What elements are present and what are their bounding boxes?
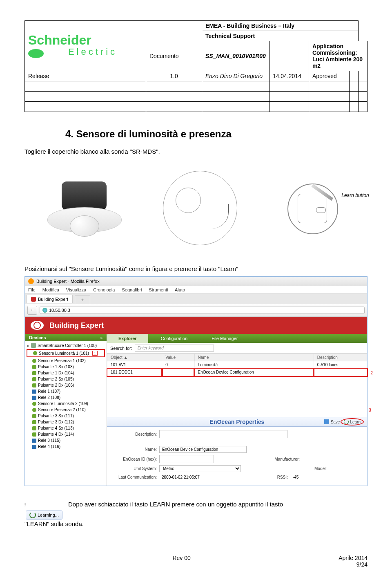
- search-label: Search for:: [110, 346, 132, 351]
- learn-button-diagram: Learn button: [275, 175, 349, 241]
- relay-icon: [32, 445, 36, 449]
- learn-button-label: Learn: [350, 420, 361, 424]
- intro-text: Togliere il coperchio bianco alla sonda …: [24, 148, 368, 155]
- cloud-icon: [32, 408, 36, 412]
- window-title: Building Expert - Mozilla Firefox: [36, 279, 100, 284]
- prop-enoceanid-label: EnOcean ID (hex):: [112, 457, 159, 461]
- prop-unitsystem-select[interactable]: Metric: [159, 465, 241, 472]
- tab-explorer[interactable]: Explorer: [107, 334, 148, 343]
- col-description[interactable]: Description: [314, 354, 367, 361]
- prop-name-input[interactable]: EnOcean Device Configuration: [159, 446, 247, 453]
- address-bar-row: ← 10.50.80.3: [25, 304, 367, 317]
- save-button[interactable]: Save: [331, 420, 340, 424]
- app-screenshot: Building Expert - Mozilla Firefox File M…: [24, 276, 368, 486]
- prop-model-label: Model:: [290, 466, 329, 471]
- table-row-eodc1[interactable]: 101.EODC1 EnOcean Device Configuration: [107, 369, 367, 376]
- company-sub: Technical Support: [202, 31, 359, 41]
- menu-file[interactable]: File: [28, 287, 36, 292]
- device-root[interactable]: ▸ SmartStruxure Controller 1 (100): [27, 342, 105, 349]
- tab-favicon: [31, 297, 36, 302]
- firefox-titlebar: Building Expert - Mozilla Firefox: [25, 277, 367, 286]
- company-title: EMEA - Building Business – Italy: [202, 21, 359, 31]
- menu-bookmarks[interactable]: Segnalibri: [122, 287, 142, 292]
- back-button[interactable]: ←: [27, 306, 37, 315]
- after-learn-text: Dopo aver schiacciato il tasto LEARN pre…: [68, 501, 283, 508]
- device-sensore-luminosita-1[interactable]: Sensore Luminosità 1 (101) 1: [27, 349, 105, 357]
- device-rele-2[interactable]: Relè 2 (108): [27, 394, 105, 401]
- device-rele-1[interactable]: Relè 1 (107): [27, 388, 105, 394]
- prop-description-input[interactable]: [159, 430, 287, 438]
- col-value[interactable]: Value: [162, 354, 194, 361]
- object-table: Object ▲ Value Name Description 101.AV1 …: [107, 354, 367, 376]
- address-bar[interactable]: 10.50.80.3: [40, 307, 365, 314]
- device-pulsante-2dx[interactable]: Pulsante 2 Dx (106): [27, 382, 105, 388]
- menu-tools[interactable]: Strumenti: [149, 287, 168, 292]
- marker-1: 1: [92, 351, 98, 356]
- cloud-icon: [32, 359, 36, 363]
- release-status: Approved: [309, 71, 349, 81]
- prop-name-label: Name:: [112, 447, 159, 452]
- device-pulsante-3sx[interactable]: Pulsante 3 Sx (111): [27, 413, 105, 419]
- prop-lastcomm-value: 2000-01-02 21:05:07: [159, 474, 202, 480]
- footer-page: 9/24: [339, 561, 368, 568]
- device-pulsante-1dx[interactable]: Pulsante 1 Dx (104): [27, 370, 105, 376]
- device-pulsante-4sx[interactable]: Pulsante 4 Sx (113): [27, 425, 105, 431]
- menu-edit[interactable]: Modifica: [42, 287, 59, 292]
- new-tab-button[interactable]: +: [75, 295, 90, 304]
- app-title: Building Expert: [49, 321, 104, 330]
- node-icon: [32, 365, 36, 369]
- instruction-text: Posizionarsi sul "Sensore Luminosità" co…: [24, 265, 368, 272]
- device-tree[interactable]: ▸ SmartStruxure Controller 1 (100) Senso…: [25, 341, 107, 450]
- device-pulsante-2sx[interactable]: Pulsante 2 Sx (105): [27, 376, 105, 382]
- device-pulsante-3dx[interactable]: Pulsante 3 Dx (112): [27, 419, 105, 425]
- prop-description-label: Description:: [112, 432, 159, 437]
- logo-sub: Electric: [68, 47, 117, 57]
- device-pulsante-1sx[interactable]: Pulsante 1 Sx (103): [27, 364, 105, 370]
- device-pulsante-4dx[interactable]: Pulsante 4 Dx (114): [27, 431, 105, 437]
- section-heading: 4. Sensore di luminosità e presenza: [65, 128, 368, 140]
- menu-help[interactable]: Aiuto: [175, 287, 185, 292]
- learning-button[interactable]: Learning...: [26, 511, 62, 520]
- node-icon: [32, 426, 36, 430]
- col-name[interactable]: Name: [194, 354, 314, 361]
- collapse-icon[interactable]: «: [100, 336, 102, 340]
- diagram-row: Learn button: [24, 167, 368, 249]
- device-sensore-presenza-2[interactable]: Sensore Presenza 2 (110): [27, 407, 105, 413]
- device-sensore-presenza-1[interactable]: Sensore Presenza 1 (102): [27, 358, 105, 364]
- relay-icon: [32, 396, 36, 400]
- explorer-tabs: Explorer Configuration File Manager: [107, 334, 367, 343]
- learning-button-label: Learning...: [38, 513, 59, 517]
- controller-icon: [31, 343, 36, 348]
- relay-icon: [32, 439, 36, 443]
- enocean-header-label: EnOcean Properties: [210, 419, 265, 425]
- device-rele-4[interactable]: Relè 4 (116): [27, 443, 105, 450]
- firefox-menubar[interactable]: File Modifica Visualizza Cronologia Segn…: [25, 286, 367, 294]
- refresh-icon: [344, 419, 349, 424]
- node-icon: [32, 383, 36, 387]
- prop-enoceanid-input[interactable]: [159, 455, 214, 463]
- tab-file-manager[interactable]: File Manager: [200, 334, 249, 343]
- logo-cell: Schneider Electric: [25, 21, 146, 71]
- node-icon: [32, 414, 36, 418]
- prop-model-value: [329, 468, 334, 470]
- learn-button-circled[interactable]: Learn: [341, 418, 364, 425]
- node-icon: [32, 377, 36, 381]
- devices-header-label: Devices: [29, 335, 46, 340]
- table-row-av1[interactable]: 101.AV1 0 Luminosità 0-510 luxes: [107, 361, 367, 369]
- device-rele-3[interactable]: Relè 3 (115): [27, 437, 105, 443]
- search-input[interactable]: Enter keyword: [135, 345, 214, 352]
- release-date: 14.04.2014: [269, 71, 309, 81]
- firefox-icon: [28, 278, 34, 284]
- device-sensore-luminosita-2[interactable]: Sensore Luminosità 2 (109): [27, 401, 105, 407]
- address-text: 10.50.80.3: [49, 308, 70, 313]
- marker-3: 3: [369, 408, 371, 412]
- menu-history[interactable]: Cronologia: [93, 287, 115, 292]
- learning-paragraph: ፧ Learning... Dopo aver schiacciato il t…: [24, 498, 368, 520]
- menu-view[interactable]: Visualizza: [66, 287, 86, 292]
- col-object[interactable]: Object ▲: [107, 354, 162, 361]
- browser-tab[interactable]: Building Expert: [27, 295, 73, 303]
- spinner-icon: [29, 512, 36, 518]
- node-icon: [32, 371, 36, 375]
- release-label: Release: [25, 71, 146, 81]
- tab-configuration[interactable]: Configuration: [149, 334, 199, 343]
